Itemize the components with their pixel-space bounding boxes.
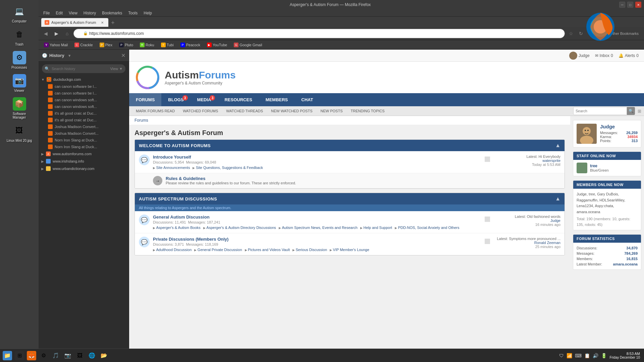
judge-name[interactable]: Judge [600,124,638,129]
tab-forums[interactable]: FORUMS [129,93,161,106]
forum-search-button[interactable]: 🔍 [627,107,635,115]
breadcrumb-link[interactable]: Forums [135,118,148,123]
history-item-3[interactable]: can canon windows soft... [39,103,129,110]
history-item-8[interactable]: Norn Iron Slang at Duck... [39,137,129,143]
menu-view[interactable]: View [66,10,80,16]
bookmark-crackle[interactable]: C Crackle [72,42,95,48]
taskbar-folder-icon[interactable]: 📂 [99,351,109,360]
taskbar-network-icon[interactable]: 🌐 [87,351,97,360]
menu-help[interactable]: Help [141,10,155,16]
history-item-7[interactable]: Joshua Madison Convert... [39,130,129,137]
tab-close-button[interactable]: ✕ [100,20,105,25]
address-input[interactable]: 🔒 https://www.autismforums.com [73,29,565,38]
browser-tab-autism-forum[interactable]: A Asperger's & Autism Forum ✕ [41,18,108,27]
sub-nav-new-posts[interactable]: NEW POSTS [317,106,347,116]
sub-nav-watched-threads[interactable]: WATCHED THREADS [222,106,267,116]
grid-view-button[interactable]: ⊞ [638,109,641,114]
history-item-0[interactable]: can canon software be l... [39,83,129,90]
view-button[interactable]: View ▼ [110,67,123,71]
sublink-autism-news[interactable]: Autism Spectrum News, Events and Researc… [279,226,358,230]
alerts-count: 0 [636,53,639,58]
sidebar-domain-irishslang[interactable]: ▶ www.irishslang.info [39,158,129,165]
home-button[interactable]: ⌂ [63,29,71,38]
taskbar-volume-icon[interactable]: 🔊 [593,353,598,358]
menu-tools[interactable]: Tools [125,10,140,16]
taskbar-settings-icon[interactable]: ⚙ [39,351,48,360]
sub-nav-watched-posts[interactable]: NEW WATCHED POSTS [267,106,316,116]
tab-resources[interactable]: RESOURCES [218,93,259,106]
tab-chat[interactable]: CHAT [294,93,320,106]
search-history-input[interactable] [52,67,108,71]
desktop-icon-viewer[interactable]: 📷 Viewer [11,73,28,94]
forward-button[interactable]: ▶ [52,29,61,38]
sublink-vip-lounge[interactable]: VIP Member's Lounge [330,248,369,252]
forum-name-introduce[interactable]: Introduce Yourself [153,155,481,160]
menu-edit[interactable]: Edit [53,10,65,16]
sidebar-close-button[interactable]: ✕ [121,52,125,59]
history-item-6[interactable]: Joshua Madison Convert... [39,123,129,130]
bookmark-youtube[interactable]: ▶ YouTube [204,42,230,48]
sublink-pdd-nos[interactable]: PDD-NOS, Social Anxiety and Others [395,226,459,230]
menu-bookmarks[interactable]: Bookmarks [99,10,125,16]
bookmark-gmail[interactable]: G Google Gmail [231,42,265,48]
desktop-icon-linux-mint[interactable]: 🖼 Linux Mint 20.jpg [5,123,34,144]
desktop-icon-software-manager[interactable]: 📦 Software Manager [11,96,28,121]
bookmark-roku[interactable]: R Roku [137,42,157,48]
bookmark-star-icon[interactable]: ☆ [567,29,575,38]
bookmark-peacock[interactable]: P Peacock [178,42,203,48]
new-tab-button[interactable]: + [109,19,117,27]
sidebar-domain-duckduckgo[interactable]: ▼ 🦆 duckduckgo.com [39,76,129,83]
back-button[interactable]: ◀ [41,29,50,38]
sublink-serious[interactable]: Serious Discussion [292,248,327,252]
tab-blogs[interactable]: BLOGS 3 [161,93,190,106]
close-button[interactable]: ✕ [635,2,641,8]
forum-name-private[interactable]: Private Discussions (Members Only) [153,237,481,242]
menu-history[interactable]: History [81,10,99,16]
forum-name-general[interactable]: General Autism Discussion [153,215,481,220]
history-item-1[interactable]: can canon software be l... [39,90,129,97]
sidebar-domain-urbandictionary[interactable]: ▶ www.urbandictionary.com [39,165,129,172]
section-toggle-autism[interactable]: ▲ [555,196,560,202]
taskbar-media-icon[interactable]: 🎵 [51,351,60,360]
sublink-adulthood[interactable]: Adulthood Discussion [153,248,192,252]
taskbar-camera-icon[interactable]: 📷 [63,351,72,360]
alerts-link[interactable]: 🔔 Alerts 0 [619,53,639,58]
bookmark-tubi[interactable]: T Tubi [158,42,176,48]
sublink-site-questions[interactable]: Site Questions, Suggestions & Feedback [193,166,263,170]
sidebar-domain-autismforums[interactable]: ▶ A www.autismforums.com [39,150,129,158]
desktop-icon-processes[interactable]: ⚙ Processes [10,50,29,71]
bookmark-pluto[interactable]: P Pluto [116,42,136,48]
staff-name-tree[interactable]: tree [590,164,638,168]
sub-nav-trending[interactable]: TRENDING TOPICS [347,106,389,116]
sublink-pictures-vault[interactable]: Pictures and Videos Vault [245,248,290,252]
section-toggle-welcome[interactable]: ▲ [555,142,560,148]
history-item-4[interactable]: it's all good craic at Duc... [39,110,129,117]
taskbar-terminal-icon[interactable]: ⊞ [15,351,24,360]
bookmark-yahoo-mail[interactable]: Y Yahoo Mail [41,42,70,48]
user-profile[interactable]: Judge [569,52,590,60]
rules-title[interactable]: Rules & Guidelines [166,176,296,181]
tab-members[interactable]: MEMBERS [259,93,294,106]
taskbar-browser-icon[interactable]: 🦊 [27,351,36,360]
sublink-autism-books[interactable]: Asperger's & Autism Books [153,226,201,230]
tab-media[interactable]: MEDIA 3 [191,93,218,106]
menu-file[interactable]: File [41,10,52,16]
sublink-site-announcements[interactable]: Site Announcements [153,166,190,170]
forum-search-input[interactable] [573,107,627,115]
history-item-2[interactable]: can canon windows soft... [39,97,129,103]
minimize-button[interactable]: ─ [619,2,625,8]
sublink-general-private[interactable]: General Private Discussion [194,248,242,252]
bookmark-plex[interactable]: P Plex [97,42,115,48]
history-item-9[interactable]: Norn Iron Slang at Duck... [39,143,129,150]
sublink-autism-directory[interactable]: Asperger's & Autism Directory Discussion… [203,226,276,230]
taskbar-files-icon[interactable]: 📁 [3,351,12,360]
inbox-link[interactable]: ✉ Inbox 0 [595,53,613,58]
sub-nav-mark-read[interactable]: MARK FORUMS READ [132,106,179,116]
taskbar-image-icon[interactable]: 🖼 [75,351,85,360]
maximize-button[interactable]: □ [627,2,633,8]
desktop-icon-trash[interactable]: 🗑 Trash [11,26,28,48]
sublink-help-support[interactable]: Help and Support [360,226,392,230]
desktop-icon-computer[interactable]: 💻 Computer [11,3,28,24]
history-item-5[interactable]: it's all good craic at Duc... [39,117,129,123]
sub-nav-watched-forums[interactable]: WATCHED FORUMS [179,106,222,116]
